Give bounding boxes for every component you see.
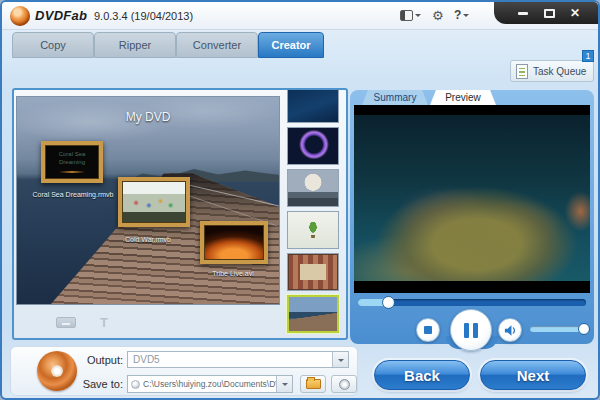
- minimize-icon: [518, 12, 528, 15]
- task-list-icon: [516, 64, 528, 79]
- template-thumb-framed-wall[interactable]: [287, 253, 339, 291]
- coral-reef-frame: [354, 115, 590, 281]
- stop-icon: [424, 326, 432, 334]
- app-name: DVDFab: [35, 8, 87, 23]
- gear-icon: ⚙: [432, 9, 444, 22]
- menu-item-caption-3: Tribe Live.avi: [185, 270, 280, 277]
- close-icon: ✕: [570, 7, 580, 19]
- output-settings-box: Output: DVD5 Save to: C:\Users\huiying.z…: [10, 346, 358, 396]
- dropdown-arrow-icon[interactable]: [332, 352, 348, 367]
- task-queue-badge: 1: [582, 50, 594, 62]
- template-thumb-sea-pier-selected[interactable]: [287, 295, 339, 333]
- template-thumbnail-strip: [284, 90, 344, 338]
- output-select[interactable]: DVD5: [127, 351, 349, 368]
- menu-item-card-text: Coral Sea Dreaming: [45, 151, 99, 167]
- chevron-down-icon: [415, 14, 421, 20]
- dvdfab-logo-icon: [10, 6, 30, 26]
- dropdown-arrow-icon[interactable]: [276, 376, 292, 392]
- speaker-icon: [503, 323, 518, 338]
- chevron-down-icon: [463, 14, 469, 20]
- maximize-button[interactable]: [538, 5, 560, 21]
- disc-target-button[interactable]: [331, 375, 357, 393]
- tab-preview[interactable]: Preview: [430, 90, 496, 105]
- tab-converter[interactable]: Converter: [176, 32, 258, 58]
- output-label: Output:: [75, 354, 123, 366]
- card-dash-decoration: [59, 171, 85, 173]
- minimize-button[interactable]: [512, 5, 534, 21]
- settings-button[interactable]: ⚙: [432, 7, 444, 23]
- seek-slider[interactable]: [358, 299, 586, 306]
- menu-designer-panel: My DVD Coral Sea Dreaming Coral Sea Drea…: [12, 88, 348, 340]
- text-tool-icon[interactable]: T: [100, 316, 108, 329]
- folder-icon: [306, 379, 321, 389]
- back-button[interactable]: Back: [374, 360, 470, 390]
- task-queue-button[interactable]: Task Queue: [510, 60, 594, 82]
- window-controls: ✕: [494, 2, 598, 24]
- tab-ripper[interactable]: Ripper: [94, 32, 176, 58]
- button-layout-icon[interactable]: [56, 317, 76, 328]
- video-preview[interactable]: [354, 105, 590, 293]
- next-button[interactable]: Next: [480, 360, 586, 390]
- menu-item-thumbnail-2[interactable]: [118, 177, 190, 227]
- preview-panel: Summary Preview: [350, 90, 594, 344]
- close-button[interactable]: ✕: [564, 5, 586, 21]
- skin-icon: [400, 10, 413, 21]
- seek-thumb[interactable]: [382, 296, 395, 309]
- tab-copy[interactable]: Copy: [12, 32, 94, 58]
- output-value: DVD5: [128, 354, 332, 365]
- template-thumb-starry-night[interactable]: [287, 90, 339, 123]
- maximize-icon: [544, 9, 555, 18]
- help-icon: ?: [454, 8, 461, 22]
- dvd-menu-title[interactable]: My DVD: [17, 110, 279, 124]
- save-to-label: Save to:: [69, 378, 123, 390]
- menu-item-thumbnail-1[interactable]: Coral Sea Dreaming: [41, 141, 103, 183]
- tab-creator[interactable]: Creator: [258, 32, 324, 58]
- template-thumb-moon-island[interactable]: [287, 169, 339, 207]
- drive-icon: [131, 380, 140, 389]
- disc-icon: [339, 379, 350, 390]
- stop-button[interactable]: [416, 318, 440, 342]
- menu-edit-toolbar: T: [16, 308, 280, 336]
- save-to-path: C:\Users\huiying.zou\Documents\DVDFab9\: [140, 379, 276, 389]
- menu-item-caption-2: Cold War.rmvb: [109, 236, 187, 243]
- pause-icon: [464, 323, 478, 338]
- template-thumb-purple-planet[interactable]: [287, 127, 339, 165]
- titlebar: DVDFab 9.0.3.4 (19/04/2013) ⚙ ? ✕: [2, 2, 598, 30]
- template-thumb-leaf-balloon[interactable]: [287, 211, 339, 249]
- volume-slider[interactable]: [530, 326, 586, 332]
- skin-menu-button[interactable]: [400, 7, 421, 23]
- pause-button[interactable]: [450, 309, 492, 351]
- save-to-select[interactable]: C:\Users\huiying.zou\Documents\DVDFab9\: [127, 375, 293, 393]
- tab-summary[interactable]: Summary: [362, 90, 428, 105]
- app-window: DVDFab 9.0.3.4 (19/04/2013) ⚙ ? ✕ Copy R…: [0, 0, 600, 400]
- volume-button[interactable]: [498, 318, 522, 342]
- dvd-menu-preview[interactable]: My DVD Coral Sea Dreaming Coral Sea Drea…: [16, 96, 280, 305]
- volume-thumb[interactable]: [578, 323, 590, 335]
- menu-item-caption-1: Coral Sea Dreaming.rmvb: [19, 191, 127, 198]
- task-queue-label: Task Queue: [533, 66, 586, 77]
- app-version: 9.0.3.4 (19/04/2013): [94, 10, 193, 22]
- help-menu-button[interactable]: ?: [454, 7, 469, 23]
- menu-item-thumbnail-3[interactable]: [200, 221, 268, 264]
- browse-folder-button[interactable]: [300, 375, 326, 393]
